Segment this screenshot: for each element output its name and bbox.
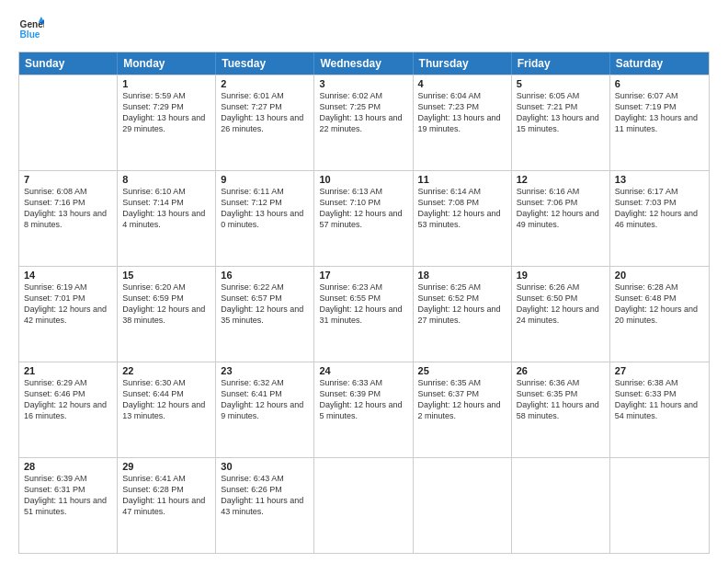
- calendar-cell: [414, 458, 512, 553]
- day-number: 14: [24, 270, 112, 281]
- weekday-header: Monday: [118, 52, 216, 75]
- calendar-cell: 17Sunrise: 6:23 AM Sunset: 6:55 PM Dayli…: [314, 267, 413, 362]
- calendar-cell: 1Sunrise: 5:59 AM Sunset: 7:29 PM Daylig…: [118, 75, 216, 170]
- calendar-cell: 11Sunrise: 6:14 AM Sunset: 7:08 PM Dayli…: [414, 171, 512, 266]
- weekday-header: Saturday: [610, 52, 709, 75]
- calendar-cell: 15Sunrise: 6:20 AM Sunset: 6:59 PM Dayli…: [118, 267, 216, 362]
- cell-info: Sunrise: 6:13 AM Sunset: 7:10 PM Dayligh…: [319, 186, 407, 231]
- cell-info: Sunrise: 6:35 AM Sunset: 6:37 PM Dayligh…: [418, 377, 506, 422]
- calendar-cell: 19Sunrise: 6:26 AM Sunset: 6:50 PM Dayli…: [512, 267, 610, 362]
- day-number: 25: [418, 365, 506, 376]
- calendar-cell: 30Sunrise: 6:43 AM Sunset: 6:26 PM Dayli…: [216, 458, 314, 553]
- day-number: 18: [418, 270, 506, 281]
- day-number: 9: [221, 174, 309, 185]
- calendar-cell: 12Sunrise: 6:16 AM Sunset: 7:06 PM Dayli…: [512, 171, 610, 266]
- calendar-cell: 18Sunrise: 6:25 AM Sunset: 6:52 PM Dayli…: [414, 267, 512, 362]
- calendar-cell: [512, 458, 610, 553]
- cell-info: Sunrise: 6:02 AM Sunset: 7:25 PM Dayligh…: [319, 90, 407, 135]
- day-number: 29: [122, 461, 210, 472]
- day-number: 27: [615, 365, 704, 376]
- day-number: 1: [122, 78, 210, 89]
- day-number: 2: [221, 78, 309, 89]
- cell-info: Sunrise: 6:29 AM Sunset: 6:46 PM Dayligh…: [24, 377, 112, 422]
- calendar-cell: 29Sunrise: 6:41 AM Sunset: 6:28 PM Dayli…: [118, 458, 216, 553]
- calendar-cell: 24Sunrise: 6:33 AM Sunset: 6:39 PM Dayli…: [314, 362, 413, 457]
- calendar-row: 7Sunrise: 6:08 AM Sunset: 7:16 PM Daylig…: [19, 170, 709, 266]
- cell-info: Sunrise: 6:17 AM Sunset: 7:03 PM Dayligh…: [615, 186, 704, 231]
- cell-info: Sunrise: 6:22 AM Sunset: 6:57 PM Dayligh…: [221, 282, 309, 327]
- cell-info: Sunrise: 6:25 AM Sunset: 6:52 PM Dayligh…: [418, 282, 506, 327]
- calendar-cell: 8Sunrise: 6:10 AM Sunset: 7:14 PM Daylig…: [118, 171, 216, 266]
- cell-info: Sunrise: 6:39 AM Sunset: 6:31 PM Dayligh…: [24, 473, 112, 518]
- day-number: 8: [122, 174, 210, 185]
- day-number: 16: [221, 270, 309, 281]
- weekday-header: Wednesday: [314, 52, 413, 75]
- calendar-row: 14Sunrise: 6:19 AM Sunset: 7:01 PM Dayli…: [19, 266, 709, 362]
- weekday-header: Tuesday: [216, 52, 314, 75]
- day-number: 20: [615, 270, 704, 281]
- calendar-cell: 7Sunrise: 6:08 AM Sunset: 7:16 PM Daylig…: [19, 171, 118, 266]
- day-number: 22: [122, 365, 210, 376]
- page-header: General Blue: [18, 17, 710, 42]
- cell-info: Sunrise: 6:28 AM Sunset: 6:48 PM Dayligh…: [615, 282, 704, 327]
- calendar-cell: 23Sunrise: 6:32 AM Sunset: 6:41 PM Dayli…: [216, 362, 314, 457]
- calendar-cell: 9Sunrise: 6:11 AM Sunset: 7:12 PM Daylig…: [216, 171, 314, 266]
- weekday-header: Friday: [512, 52, 610, 75]
- cell-info: Sunrise: 6:10 AM Sunset: 7:14 PM Dayligh…: [122, 186, 210, 231]
- day-number: 4: [418, 78, 506, 89]
- calendar-body: 1Sunrise: 5:59 AM Sunset: 7:29 PM Daylig…: [19, 75, 709, 553]
- cell-info: Sunrise: 6:16 AM Sunset: 7:06 PM Dayligh…: [517, 186, 605, 231]
- calendar-cell: 14Sunrise: 6:19 AM Sunset: 7:01 PM Dayli…: [19, 267, 118, 362]
- day-number: 15: [122, 270, 210, 281]
- calendar-cell: 25Sunrise: 6:35 AM Sunset: 6:37 PM Dayli…: [414, 362, 512, 457]
- day-number: 28: [24, 461, 112, 472]
- day-number: 5: [517, 78, 605, 89]
- cell-info: Sunrise: 5:59 AM Sunset: 7:29 PM Dayligh…: [122, 90, 210, 135]
- cell-info: Sunrise: 6:05 AM Sunset: 7:21 PM Dayligh…: [517, 90, 605, 135]
- cell-info: Sunrise: 6:33 AM Sunset: 6:39 PM Dayligh…: [319, 377, 407, 422]
- day-number: 24: [319, 365, 407, 376]
- calendar-cell: 13Sunrise: 6:17 AM Sunset: 7:03 PM Dayli…: [610, 171, 709, 266]
- cell-info: Sunrise: 6:43 AM Sunset: 6:26 PM Dayligh…: [221, 473, 309, 518]
- weekday-header: Sunday: [19, 52, 118, 75]
- cell-info: Sunrise: 6:36 AM Sunset: 6:35 PM Dayligh…: [517, 377, 605, 422]
- cell-info: Sunrise: 6:19 AM Sunset: 7:01 PM Dayligh…: [24, 282, 112, 327]
- logo: General Blue: [18, 17, 44, 42]
- cell-info: Sunrise: 6:30 AM Sunset: 6:44 PM Dayligh…: [122, 377, 210, 422]
- cell-info: Sunrise: 6:23 AM Sunset: 6:55 PM Dayligh…: [319, 282, 407, 327]
- calendar-cell: 27Sunrise: 6:38 AM Sunset: 6:33 PM Dayli…: [610, 362, 709, 457]
- cell-info: Sunrise: 6:32 AM Sunset: 6:41 PM Dayligh…: [221, 377, 309, 422]
- calendar-cell: 10Sunrise: 6:13 AM Sunset: 7:10 PM Dayli…: [314, 171, 413, 266]
- day-number: 3: [319, 78, 407, 89]
- logo-icon: General Blue: [18, 17, 44, 42]
- cell-info: Sunrise: 6:14 AM Sunset: 7:08 PM Dayligh…: [418, 186, 506, 231]
- day-number: 12: [517, 174, 605, 185]
- calendar-cell: 28Sunrise: 6:39 AM Sunset: 6:31 PM Dayli…: [19, 458, 118, 553]
- calendar-cell: 22Sunrise: 6:30 AM Sunset: 6:44 PM Dayli…: [118, 362, 216, 457]
- calendar-row: 21Sunrise: 6:29 AM Sunset: 6:46 PM Dayli…: [19, 362, 709, 457]
- calendar-cell: 4Sunrise: 6:04 AM Sunset: 7:23 PM Daylig…: [414, 75, 512, 170]
- cell-info: Sunrise: 6:41 AM Sunset: 6:28 PM Dayligh…: [122, 473, 210, 518]
- day-number: 17: [319, 270, 407, 281]
- calendar-cell: [19, 75, 118, 170]
- calendar-cell: 2Sunrise: 6:01 AM Sunset: 7:27 PM Daylig…: [216, 75, 314, 170]
- calendar-cell: 16Sunrise: 6:22 AM Sunset: 6:57 PM Dayli…: [216, 267, 314, 362]
- calendar-row: 1Sunrise: 5:59 AM Sunset: 7:29 PM Daylig…: [19, 75, 709, 170]
- day-number: 30: [221, 461, 309, 472]
- day-number: 21: [24, 365, 112, 376]
- weekday-header: Thursday: [414, 52, 512, 75]
- cell-info: Sunrise: 6:26 AM Sunset: 6:50 PM Dayligh…: [517, 282, 605, 327]
- calendar-header: SundayMondayTuesdayWednesdayThursdayFrid…: [19, 52, 709, 75]
- cell-info: Sunrise: 6:07 AM Sunset: 7:19 PM Dayligh…: [615, 90, 704, 135]
- cell-info: Sunrise: 6:11 AM Sunset: 7:12 PM Dayligh…: [221, 186, 309, 231]
- day-number: 13: [615, 174, 704, 185]
- svg-text:Blue: Blue: [20, 29, 40, 40]
- calendar-cell: 26Sunrise: 6:36 AM Sunset: 6:35 PM Dayli…: [512, 362, 610, 457]
- day-number: 26: [517, 365, 605, 376]
- calendar: SundayMondayTuesdayWednesdayThursdayFrid…: [18, 52, 710, 554]
- calendar-cell: 20Sunrise: 6:28 AM Sunset: 6:48 PM Dayli…: [610, 267, 709, 362]
- day-number: 19: [517, 270, 605, 281]
- cell-info: Sunrise: 6:20 AM Sunset: 6:59 PM Dayligh…: [122, 282, 210, 327]
- calendar-cell: 5Sunrise: 6:05 AM Sunset: 7:21 PM Daylig…: [512, 75, 610, 170]
- cell-info: Sunrise: 6:38 AM Sunset: 6:33 PM Dayligh…: [615, 377, 704, 422]
